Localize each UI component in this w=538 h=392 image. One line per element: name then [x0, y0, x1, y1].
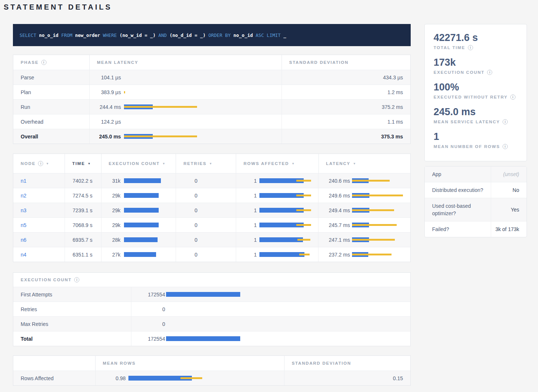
sql-keyword: FROM [58, 32, 72, 38]
stat-label-text: MEAN SERVICE LATENCY [434, 120, 500, 124]
info-icon[interactable]: i [503, 119, 508, 124]
execution-row-value: 0 [131, 306, 165, 312]
rows-affected-label: Rows Affected [13, 371, 95, 385]
latency-bar-chart [166, 292, 410, 297]
stddev-whisker-icon [352, 195, 403, 196]
mean-bar [166, 336, 240, 341]
sql-identifier: new_order [72, 32, 100, 38]
sort-desc-icon[interactable]: ▼ [292, 162, 295, 165]
latency-bar-chart [124, 223, 176, 227]
phase-table: PHASE i MEAN LATENCY STANDARD DEVIATION … [13, 55, 411, 144]
stat-label: TOTAL TIMEi [434, 45, 518, 50]
stddev-whisker-icon [124, 135, 197, 137]
execution-count-table-body: First Attempts172554Retries0Max Retries0… [13, 287, 410, 346]
node-link[interactable]: n4 [21, 252, 27, 258]
execution-row-value: 172554 [131, 292, 165, 298]
sql-identifier: (no_d_id = _) [167, 32, 206, 38]
column-label: EXECUTION COUNT [109, 161, 160, 166]
latency-bar-chart [124, 104, 282, 109]
column-header-rows-affected[interactable]: ROWS AFFECTED▼ [236, 154, 318, 173]
phase-table-header: PHASE i MEAN LATENCY STANDARD DEVIATION [13, 55, 410, 70]
sort-desc-icon[interactable]: ▼ [87, 162, 91, 165]
stddev-column-header: STANDARD DEVIATION [284, 356, 410, 371]
sort-desc-icon[interactable]: ▼ [46, 162, 49, 165]
info-icon[interactable]: i [468, 45, 473, 50]
column-header-execution-count[interactable]: EXECUTION COUNT▼ [101, 154, 176, 173]
phase-table-row: Overhead124.2 µs1.1 ms [13, 114, 410, 129]
latency-cell: 247.1 ms [318, 233, 410, 247]
node-link[interactable]: n3 [21, 207, 27, 213]
stat-label-text: MEAN NUMBER OF ROWS [434, 144, 500, 149]
info-icon[interactable]: i [487, 70, 492, 75]
stat-value: 245.0 ms [434, 106, 518, 118]
execution-row-label: Max Retries [13, 317, 131, 331]
sql-keyword: ASC [253, 32, 264, 38]
retries-value: 0 [183, 222, 208, 228]
mean-rows-cell: 0.98 [95, 371, 284, 385]
info-icon[interactable]: i [74, 277, 79, 282]
rows-affected-value: 1 [236, 222, 257, 228]
stat-label-text: EXECUTION COUNT [434, 70, 484, 75]
sql-keyword: WHERE [100, 32, 117, 38]
mean-rows-column-header: MEAN ROWS [95, 356, 284, 371]
column-header-latency[interactable]: LATENCY▼ [318, 154, 411, 173]
latency-cell: 249.6 ms [318, 188, 410, 203]
sort-desc-icon[interactable]: ▼ [353, 162, 357, 165]
time-value: 7274.5 s [65, 193, 93, 199]
sort-desc-icon[interactable]: ▼ [162, 162, 166, 165]
node-link[interactable]: n1 [21, 178, 27, 184]
attribute-row: Failed?3k of 173k [425, 221, 527, 237]
phase-table-row: Overall245.0 ms375.3 ms [13, 129, 410, 144]
stat-label-text: TOTAL TIME [434, 45, 465, 50]
info-icon[interactable]: i [38, 161, 43, 166]
latency-bar-chart [124, 208, 176, 213]
time-cell: 6351.1 s [65, 247, 101, 262]
phase-table-row: Plan383.9 µs1.2 ms [13, 85, 410, 99]
stddev-value: 1.1 ms [282, 114, 410, 129]
info-icon[interactable]: i [41, 60, 46, 65]
info-icon[interactable]: i [503, 144, 508, 149]
attribute-row: App(unset) [425, 166, 527, 182]
execution-count-row: Total172554 [13, 331, 410, 346]
stat-label-text: EXECUTED WITHOUT RETRY [434, 95, 508, 99]
node-table: NODEi▼TIME▼EXECUTION COUNT▼RETRIES▼ROWS … [13, 154, 411, 262]
latency-cell: 240.6 ms [318, 173, 410, 188]
execution-count-value: 31k [101, 178, 121, 184]
retries-value: 0 [183, 237, 208, 243]
latency-bar-chart [124, 193, 176, 198]
phase-label: Parse [13, 70, 89, 85]
node-cell: n5 [13, 218, 65, 232]
latency-bar-chart [259, 223, 318, 227]
stddev-whisker-icon [296, 224, 311, 226]
mean-rows-value: 0.98 [96, 375, 126, 381]
column-label: STANDARD DEVIATION [292, 361, 351, 365]
statement-attributes-card: App(unset)Distributed execution?NoUsed c… [424, 166, 527, 237]
node-link[interactable]: n6 [21, 237, 27, 243]
attribute-row: Distributed execution?No [425, 182, 527, 198]
rows-affected-cell: 1 [236, 173, 318, 188]
node-table-row: n27274.5 s29k01249.6 ms [13, 188, 410, 203]
execution-count-value: 28k [101, 237, 121, 243]
column-header-retries[interactable]: RETRIES▼ [176, 154, 236, 173]
execution-row-value: 172554 [131, 336, 165, 342]
sort-desc-icon[interactable]: ▼ [209, 162, 213, 165]
node-link[interactable]: n5 [21, 222, 27, 228]
column-header-node[interactable]: NODEi▼ [13, 154, 65, 173]
column-label: PHASE [21, 60, 39, 65]
latency-cell: 237.2 ms [318, 247, 410, 262]
info-icon[interactable]: i [510, 94, 515, 100]
node-cell: n3 [13, 203, 65, 217]
node-table-row: n66935.7 s28k01247.1 ms [13, 232, 410, 247]
time-cell: 6935.7 s [65, 233, 101, 247]
node-link[interactable]: n2 [21, 193, 27, 199]
latency-bar-chart [352, 178, 410, 183]
rows-affected-table: MEAN ROWS STANDARD DEVIATION Rows Affect… [13, 355, 411, 386]
node-table-row: n37239.1 s29k01249.4 ms [13, 203, 410, 217]
rows-affected-row: Rows Affected0.980.15 [13, 371, 410, 385]
time-cell: 7068.9 s [65, 218, 101, 232]
summary-stats-card: 42271.6 sTOTAL TIMEi173kEXECUTION COUNTi… [424, 24, 527, 161]
execution-row-label: Total [13, 331, 131, 346]
stddev-value: 434.3 µs [282, 70, 410, 85]
column-header-time[interactable]: TIME▼ [65, 154, 101, 173]
execution-count-cell: 28k [101, 233, 176, 247]
